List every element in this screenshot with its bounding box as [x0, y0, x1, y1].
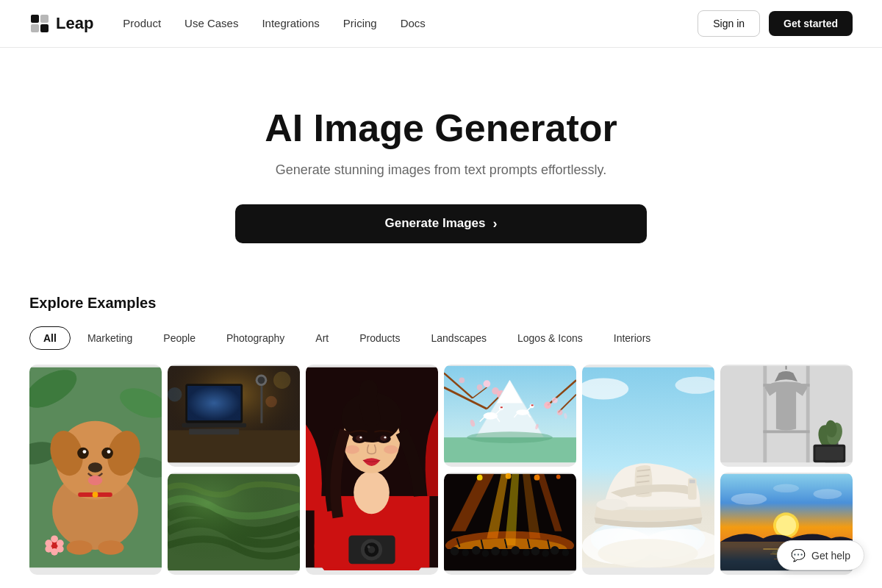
svg-point-18: [88, 475, 102, 485]
shoe-image-svg: [582, 365, 714, 570]
svg-point-142: [511, 546, 520, 555]
generate-images-button[interactable]: Generate Images ›: [235, 204, 647, 243]
svg-point-102: [598, 539, 698, 567]
tshirt-image-svg: [720, 365, 853, 464]
svg-point-47: [354, 471, 390, 514]
svg-point-167: [813, 489, 842, 499]
logo-link[interactable]: Leap: [29, 13, 93, 34]
svg-rect-32: [168, 430, 300, 462]
nav-product[interactable]: Product: [123, 17, 161, 29]
svg-point-143: [523, 549, 530, 556]
concert-image-svg: [444, 473, 576, 572]
svg-rect-115: [806, 366, 810, 462]
nav-use-cases[interactable]: Use Cases: [184, 17, 238, 29]
svg-point-29: [51, 548, 58, 556]
svg-point-73: [459, 377, 465, 383]
svg-rect-124: [815, 447, 843, 460]
svg-point-154: [506, 473, 512, 479]
image-tshirt[interactable]: [720, 365, 853, 467]
image-grid: [29, 365, 853, 575]
nav-pricing[interactable]: Pricing: [343, 17, 377, 29]
svg-point-166: [731, 493, 767, 505]
get-help-button[interactable]: 💬 Get help: [777, 540, 864, 570]
nav-docs[interactable]: Docs: [401, 17, 426, 29]
svg-point-15: [82, 450, 86, 453]
filter-tab-all[interactable]: All: [29, 326, 71, 350]
signin-button[interactable]: Sign in: [698, 10, 760, 37]
svg-point-53: [380, 435, 387, 441]
svg-point-159: [776, 515, 796, 535]
filter-tab-logos[interactable]: Logos & Icons: [503, 326, 597, 350]
image-green-fabric[interactable]: [168, 473, 300, 575]
filter-tab-marketing[interactable]: Marketing: [74, 326, 146, 350]
image-shoe[interactable]: [582, 365, 714, 575]
generate-button-label: Generate Images: [384, 216, 485, 231]
svg-point-136: [451, 547, 459, 556]
svg-point-39: [258, 376, 265, 384]
image-dog[interactable]: [29, 365, 162, 575]
navbar-right: Sign in Get started: [698, 10, 853, 37]
filter-tab-products[interactable]: Products: [345, 326, 414, 350]
svg-rect-92: [531, 404, 534, 406]
svg-point-76: [544, 401, 551, 409]
green-fabric-image-svg: [168, 473, 300, 572]
svg-point-62: [368, 545, 370, 548]
logo-text: Leap: [56, 14, 93, 33]
svg-rect-40: [189, 429, 239, 434]
svg-point-153: [477, 475, 483, 481]
hero-title: AI Image Generator: [265, 107, 617, 151]
svg-point-155: [534, 475, 540, 481]
image-workstation[interactable]: [168, 365, 300, 467]
woman-image-svg: [306, 365, 438, 570]
filter-tab-art[interactable]: Art: [301, 326, 343, 350]
svg-point-69: [492, 387, 499, 395]
chat-icon: 💬: [791, 548, 806, 562]
navbar: Leap Product Use Cases Integrations Pric…: [0, 0, 882, 48]
examples-section: Explore Examples All Marketing People Ph…: [0, 273, 882, 575]
hero-subtitle: Generate stunning images from text promp…: [276, 162, 607, 178]
workstation-image-svg: [168, 365, 300, 464]
svg-point-82: [467, 431, 553, 443]
image-mountain[interactable]: [444, 365, 576, 467]
get-help-label: Get help: [811, 550, 850, 562]
svg-point-41: [273, 371, 290, 388]
svg-point-55: [384, 436, 387, 438]
svg-rect-36: [182, 423, 246, 427]
svg-point-145: [542, 550, 549, 557]
svg-point-85: [499, 406, 503, 410]
svg-rect-2: [31, 24, 39, 32]
svg-point-22: [98, 540, 123, 554]
nav-integrations[interactable]: Integrations: [262, 17, 319, 29]
filter-tab-interiors[interactable]: Interiors: [600, 326, 665, 350]
svg-point-54: [359, 436, 362, 438]
svg-point-57: [384, 445, 398, 454]
filter-tab-people[interactable]: People: [149, 326, 209, 350]
examples-title: Explore Examples: [29, 295, 853, 312]
svg-point-17: [88, 462, 102, 473]
svg-point-139: [482, 550, 490, 557]
svg-point-140: [491, 547, 500, 556]
svg-rect-0: [31, 15, 39, 23]
image-woman[interactable]: [306, 365, 438, 575]
image-concert[interactable]: [444, 473, 576, 575]
svg-point-138: [472, 546, 481, 555]
filter-tab-photography[interactable]: Photography: [212, 326, 298, 350]
mountain-image-svg: [444, 365, 576, 464]
svg-point-77: [552, 397, 558, 403]
filter-tab-landscapes[interactable]: Landscapes: [417, 326, 501, 350]
svg-point-71: [477, 384, 483, 390]
svg-point-16: [107, 450, 111, 453]
generate-arrow-icon: ›: [493, 216, 498, 232]
filter-tabs: All Marketing People Photography Art Pro…: [29, 326, 853, 350]
svg-point-24: [51, 535, 58, 542]
leap-logo-icon: [29, 13, 50, 34]
svg-point-112: [596, 499, 628, 511]
svg-point-20: [93, 492, 98, 498]
nav-links: Product Use Cases Integrations Pricing D…: [123, 17, 426, 30]
navbar-left: Leap Product Use Cases Integrations Pric…: [29, 13, 426, 34]
svg-rect-35: [187, 386, 240, 420]
get-started-button[interactable]: Get started: [769, 11, 853, 36]
svg-rect-126: [168, 474, 300, 570]
svg-rect-37: [260, 380, 262, 423]
svg-point-156: [556, 475, 561, 479]
